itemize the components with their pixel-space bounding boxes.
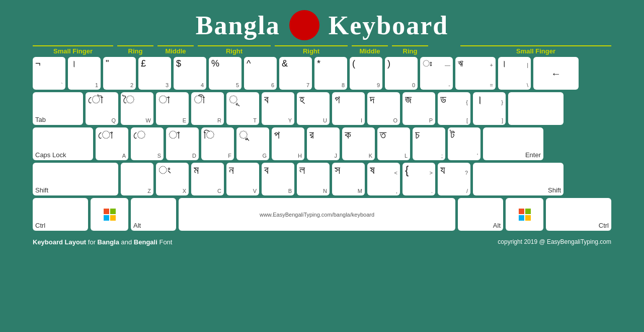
space-url: www.EasyBengaliTyping.com/bangla/keyboar… [260, 212, 374, 218]
backspace-key[interactable]: ← [533, 57, 579, 90]
title-right: Keyboard [329, 11, 448, 40]
key-backtick[interactable]: ¬ ` [33, 57, 65, 90]
key-u[interactable]: হ U [297, 92, 330, 125]
bottom-row: Ctrl Alt www.EasyBengaliTyping.com/bangl… [33, 198, 611, 231]
key-a[interactable]: ো A [96, 127, 128, 160]
right-alt-key[interactable]: Alt [458, 198, 503, 231]
svg-rect-2 [104, 215, 109, 221]
zxcv-row: Shift Z ং X ম C ন V ব B ল N স M [33, 163, 611, 195]
key-5[interactable]: % 5 [209, 57, 242, 90]
key-q[interactable]: ৌ Q [86, 92, 118, 125]
svg-rect-4 [519, 209, 524, 214]
key-e[interactable]: া E [156, 92, 189, 125]
key-1[interactable]: । 1 [68, 57, 101, 90]
footer-right: copyright 2019 @ EasyBengaliTyping.com [498, 238, 611, 246]
key-y[interactable]: ব Y [262, 92, 294, 125]
key-t[interactable]: ূ T [226, 92, 259, 125]
key-minus[interactable]: ঃ— - [420, 57, 453, 90]
svg-rect-0 [104, 209, 109, 214]
key-h[interactable]: প H [272, 127, 304, 160]
key-s[interactable]: ে S [131, 127, 164, 160]
key-c[interactable]: ম C [191, 163, 224, 195]
key-o[interactable]: দ O [367, 92, 400, 125]
enter-key[interactable]: Enter [483, 127, 543, 160]
windows-icon-right [518, 208, 532, 222]
key-quote[interactable]: ট ' [448, 127, 480, 160]
finger-label-middle-left: Middle [157, 45, 194, 55]
left-alt-key[interactable]: Alt [131, 198, 176, 231]
footer: Keyboard Layout for Bangla and Bengali F… [33, 238, 611, 246]
key-8[interactable]: * 8 [314, 57, 347, 90]
key-k[interactable]: ক K [342, 127, 375, 160]
finger-label-ring-left: Ring [117, 45, 153, 55]
keyboard: ¬ ` । 1 " 2 £ 3 $ 4 % 5 ^ 6 & 7 [33, 57, 611, 233]
key-enter-top[interactable] [508, 92, 564, 125]
key-6[interactable]: ^ 6 [244, 57, 277, 90]
key-lbracket[interactable]: ড{ [ [438, 92, 470, 125]
windows-icon [103, 208, 117, 222]
svg-rect-7 [525, 215, 531, 221]
key-0[interactable]: ) 0 [385, 57, 418, 90]
key-g[interactable]: ু G [236, 127, 269, 160]
svg-rect-1 [110, 209, 116, 214]
key-v[interactable]: ন V [226, 163, 259, 195]
key-f[interactable]: ি F [201, 127, 234, 160]
tab-key[interactable]: Tab [33, 92, 83, 125]
number-row: ¬ ` । 1 " 2 £ 3 $ 4 % 5 ^ 6 & 7 [33, 57, 611, 90]
key-2[interactable]: " 2 [103, 57, 136, 90]
key-n[interactable]: ল N [297, 163, 330, 195]
finger-label-middle-right: Middle [352, 45, 388, 55]
left-shift-key[interactable]: Shift [33, 163, 118, 195]
left-ctrl-key[interactable]: Ctrl [33, 198, 88, 231]
key-backslash[interactable]: ।| \ [498, 57, 531, 90]
key-p[interactable]: জ P [403, 92, 435, 125]
key-m[interactable]: স M [332, 163, 365, 195]
key-b[interactable]: ব B [262, 163, 294, 195]
finger-label-right-left: Right [198, 45, 271, 55]
bangladesh-flag [289, 10, 319, 40]
key-comma[interactable]: ষ< , [367, 163, 400, 195]
finger-label-ring-right: Ring [392, 45, 428, 55]
caps-lock-key[interactable]: Caps Lock [33, 127, 93, 160]
header: Bangla Keyboard [196, 10, 449, 40]
finger-label-right-right: Right [275, 45, 348, 55]
svg-rect-6 [519, 215, 524, 221]
right-shift-key[interactable]: Shift [473, 163, 564, 195]
key-semicolon[interactable]: চ ; [413, 127, 445, 160]
key-z[interactable]: Z [121, 163, 153, 195]
left-win-key[interactable] [91, 198, 128, 231]
key-7[interactable]: & 7 [279, 57, 312, 90]
footer-left: Keyboard Layout for Bangla and Bengali F… [33, 238, 172, 246]
key-equals[interactable]: ঋ+ = [455, 57, 496, 90]
key-9[interactable]: ( 9 [350, 57, 382, 90]
key-w[interactable]: ৈ W [121, 92, 153, 125]
key-4[interactable]: $ 4 [174, 57, 206, 90]
key-d[interactable]: া D [166, 127, 199, 160]
finger-label-small-right: Small Finger [460, 45, 611, 55]
key-period[interactable]: {> . [403, 163, 435, 195]
finger-labels: Small Finger Ring Middle Right Right Mid… [33, 45, 611, 55]
svg-rect-3 [110, 215, 116, 221]
right-win-key[interactable] [506, 198, 543, 231]
key-j[interactable]: র J [307, 127, 340, 160]
space-key[interactable]: www.EasyBengaliTyping.com/bangla/keyboar… [179, 198, 455, 231]
key-rbracket[interactable]: ।} ] [473, 92, 506, 125]
key-3[interactable]: £ 3 [138, 57, 171, 90]
asdf-row: Caps Lock ো A ে S া D ি F ু G প H র J [33, 127, 611, 160]
title-left: Bangla [196, 11, 280, 40]
finger-label-small-left: Small Finger [33, 45, 113, 55]
key-slash[interactable]: য? / [438, 163, 470, 195]
right-ctrl-key[interactable]: Ctrl [546, 198, 611, 231]
key-r[interactable]: ী R [191, 92, 224, 125]
key-x[interactable]: ং X [156, 163, 189, 195]
key-l[interactable]: ত L [377, 127, 410, 160]
qwerty-row: Tab ৌ Q ৈ W া E ী R ূ T ব Y হ U [33, 92, 611, 125]
svg-rect-5 [525, 209, 531, 214]
key-i[interactable]: গ I [332, 92, 365, 125]
